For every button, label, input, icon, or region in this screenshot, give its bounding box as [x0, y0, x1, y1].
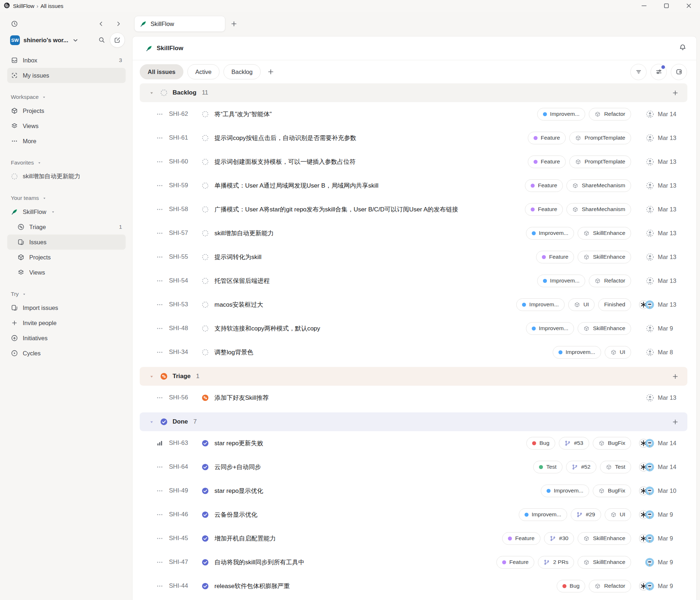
- project-pill[interactable]: UI: [605, 508, 631, 521]
- issue-title[interactable]: macos安装框过大: [214, 301, 263, 309]
- done-status-icon[interactable]: [201, 463, 209, 471]
- no-priority-icon[interactable]: [155, 158, 164, 165]
- project-pill[interactable]: Refactor: [589, 108, 631, 121]
- pr-pill[interactable]: 2 PRs: [538, 556, 574, 569]
- unassigned-avatar-icon[interactable]: [646, 394, 654, 402]
- backlog-status-icon[interactable]: [201, 349, 209, 356]
- no-priority-icon[interactable]: [155, 394, 164, 401]
- side-panel-button[interactable]: [671, 64, 687, 80]
- unassigned-avatar-icon[interactable]: [646, 277, 654, 285]
- no-priority-icon[interactable]: [155, 301, 164, 308]
- label-pill[interactable]: Feature: [525, 203, 563, 216]
- issue-row-shi-54[interactable]: SHI-54托管区保留后端进程Improvem...RefactorMar 13: [140, 269, 687, 293]
- project-pill[interactable]: ShareMechanism: [566, 179, 631, 192]
- issue-title[interactable]: star repo显示优化: [214, 487, 263, 495]
- project-pill[interactable]: SkillEnhance: [578, 556, 631, 569]
- label-pill[interactable]: Improvem...: [519, 508, 567, 521]
- sidebar-team-skillflow[interactable]: SkillFlow: [7, 204, 126, 219]
- sidebar-item-import-issues[interactable]: Import issues: [7, 300, 126, 315]
- pr-pill[interactable]: #53: [559, 437, 589, 450]
- unassigned-avatar-icon[interactable]: [646, 110, 654, 118]
- project-pill[interactable]: BugFix: [593, 437, 631, 450]
- search-icon[interactable]: [98, 36, 105, 44]
- display-options-button[interactable]: [651, 64, 667, 80]
- new-tab-button[interactable]: [230, 20, 238, 27]
- sidebar-item-views[interactable]: Views: [7, 118, 126, 133]
- label-pill[interactable]: Bug: [526, 437, 555, 450]
- pr-pill[interactable]: #30: [544, 532, 574, 545]
- backlog-status-icon[interactable]: [201, 158, 209, 166]
- no-priority-icon[interactable]: [155, 349, 164, 356]
- maximize-button[interactable]: [655, 0, 678, 12]
- label-pill[interactable]: Feature: [536, 251, 574, 263]
- no-priority-icon[interactable]: [155, 535, 164, 542]
- done-status-icon[interactable]: [201, 559, 209, 566]
- unassigned-avatar-icon[interactable]: [646, 229, 654, 237]
- unassigned-avatar-icon[interactable]: [646, 205, 654, 214]
- add-issue-button[interactable]: [672, 373, 679, 380]
- filter-button[interactable]: [630, 64, 647, 80]
- unassigned-avatar-icon[interactable]: [646, 253, 654, 261]
- issue-row-shi-48[interactable]: SHI-48支持软连接和copy两种模式，默认copyImprovem...Sk…: [140, 316, 687, 340]
- issue-title[interactable]: 广播模式：User A将star的git repo发布为skill合集，User…: [214, 205, 458, 214]
- label-pill[interactable]: Feature: [502, 532, 540, 545]
- sidebar-item-inbox[interactable]: Inbox 3: [7, 53, 126, 68]
- close-button[interactable]: [678, 0, 700, 12]
- group-header-triage[interactable]: Triage1: [140, 367, 687, 386]
- issue-row-shi-55[interactable]: SHI-55提示词转化为skillFeatureSkillEnhanceMar …: [140, 245, 687, 269]
- project-pill[interactable]: SkillEnhance: [578, 251, 631, 263]
- notifications-button[interactable]: [679, 44, 686, 53]
- workspace-switcher[interactable]: SW shinerio's wor...: [7, 31, 126, 49]
- issue-row-shi-60[interactable]: SHI-60提示词创建面板支持模板，可以一键插入参数占位符FeatureProm…: [140, 150, 687, 174]
- new-issue-button[interactable]: [110, 32, 125, 48]
- done-status-icon[interactable]: [201, 535, 209, 542]
- issue-row-shi-61[interactable]: SHI-61提示词copy按钮点击后，自动识别是否需要补充参数FeaturePr…: [140, 126, 687, 150]
- issue-title[interactable]: 添加下好友Skill推荐: [214, 394, 269, 402]
- issue-row-shi-46[interactable]: SHI-46云备份显示优化Improvem...#29UIMar 9: [140, 503, 687, 526]
- sidebar-item-more[interactable]: More: [7, 133, 126, 149]
- finished-pill[interactable]: Finished: [598, 298, 631, 311]
- assignee-avatars[interactable]: [645, 558, 654, 567]
- nav-back-button[interactable]: [97, 20, 105, 27]
- no-priority-icon[interactable]: [155, 464, 164, 470]
- view-tab-backlog[interactable]: Backlog: [223, 64, 261, 79]
- issue-title[interactable]: 将“工具”改为“智能体”: [214, 110, 272, 118]
- project-pill[interactable]: ShareMechanism: [566, 203, 631, 216]
- collapse-triangle-icon[interactable]: [149, 90, 154, 95]
- issue-row-shi-57[interactable]: SHI-57skill增加自动更新能力Improvem...SkillEnhan…: [140, 221, 687, 245]
- label-pill[interactable]: Improvem...: [537, 108, 586, 121]
- label-pill[interactable]: Improvem...: [526, 227, 574, 240]
- issue-title[interactable]: 托管区保留后端进程: [214, 277, 270, 285]
- collapse-triangle-icon[interactable]: [149, 374, 154, 379]
- no-priority-icon[interactable]: [155, 325, 164, 332]
- done-status-icon[interactable]: [201, 511, 209, 518]
- no-priority-icon[interactable]: [155, 135, 164, 141]
- backlog-status-icon[interactable]: [201, 301, 209, 308]
- issue-row-shi-47[interactable]: SHI-47自动将我的skill同步到所有工具中Feature2 PRsSkil…: [140, 550, 687, 574]
- no-priority-icon[interactable]: [155, 254, 164, 260]
- no-priority-icon[interactable]: [155, 182, 164, 189]
- view-tab-all-issues[interactable]: All issues: [140, 64, 183, 79]
- assignee-avatars[interactable]: [639, 534, 654, 543]
- done-status-icon[interactable]: [201, 439, 209, 447]
- tab-skillflow[interactable]: SkillFlow: [134, 16, 225, 32]
- group-header-backlog[interactable]: Backlog11: [140, 83, 687, 102]
- label-pill[interactable]: Improvem...: [516, 298, 565, 311]
- sidebar-item-skill增加自动更新能力[interactable]: skill增加自动更新能力: [7, 169, 126, 184]
- backlog-status-icon[interactable]: [201, 229, 209, 237]
- backlog-status-icon[interactable]: [201, 134, 209, 142]
- nav-forward-button[interactable]: [115, 20, 122, 27]
- assignee-avatars[interactable]: [639, 510, 654, 519]
- sidebar-item-my-issues[interactable]: My issues: [7, 68, 126, 83]
- issue-title[interactable]: 单播模式：User A通过局域网发现User B，局域网内共享skill: [214, 181, 378, 190]
- label-pill[interactable]: Test: [533, 461, 562, 473]
- issue-title[interactable]: 调整log背景色: [214, 348, 253, 356]
- project-pill[interactable]: PromptTemplate: [569, 132, 631, 144]
- no-priority-icon[interactable]: [155, 487, 164, 494]
- no-priority-icon[interactable]: [155, 559, 164, 566]
- assignee-avatars[interactable]: [639, 463, 654, 472]
- issue-title[interactable]: star repo更新失败: [214, 439, 263, 447]
- backlog-status-icon[interactable]: [201, 182, 209, 189]
- project-pill[interactable]: SkillEnhance: [578, 322, 631, 335]
- sidebar-section-your-teams[interactable]: Your teams: [7, 192, 126, 204]
